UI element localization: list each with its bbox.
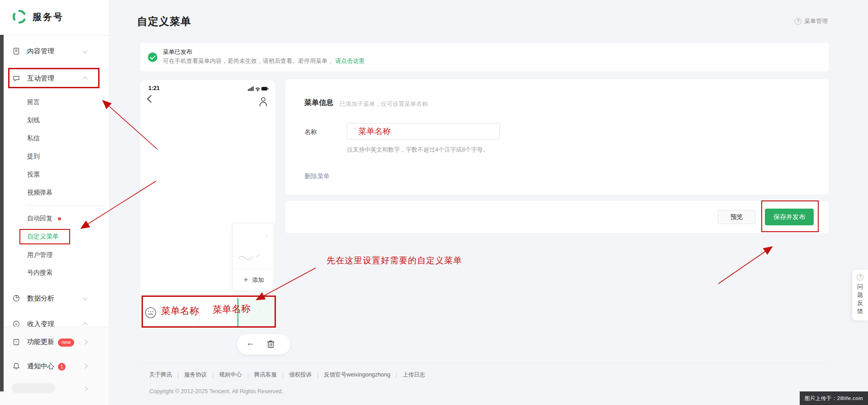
popup-menu-item[interactable]: [233, 224, 273, 246]
blurred-account-name: [12, 383, 55, 393]
section-note: 已添加子菜单，仅可设置菜单名称: [340, 100, 428, 108]
phone-clock: 1:21: [148, 85, 160, 91]
sidebar-item-votes[interactable]: 投票: [0, 166, 109, 184]
delete-menu-link[interactable]: 删除菜单: [304, 172, 330, 181]
sidebar-item-messages[interactable]: 留言: [0, 93, 109, 111]
back-arrow-icon[interactable]: ←: [246, 338, 255, 348]
popup-menu-item[interactable]: [233, 246, 273, 268]
footer-divider: [140, 363, 829, 363]
add-menu-item-button[interactable]: ＋ 添加: [233, 268, 273, 291]
footer-link[interactable]: 服务协议: [184, 371, 207, 379]
phone-preview: 1:21: [140, 80, 275, 327]
save-publish-button[interactable]: 保存并发布: [765, 209, 814, 225]
faded-text-mark: [266, 235, 267, 237]
sidebar-item-data-analysis[interactable]: 数据分析: [0, 289, 109, 307]
sidebar-item-label: 划线: [27, 116, 40, 124]
sidebar-item-feature-update[interactable]: 功能更新new: [0, 333, 109, 351]
sidebar-item-label: 互动管理: [27, 74, 54, 83]
sidebar-item-mentions[interactable]: 提到: [0, 148, 109, 166]
pen-tick-mark: `: [354, 127, 356, 134]
sidebar-item-video-danmu[interactable]: 视频弹幕: [0, 184, 109, 202]
action-bar: 预览 保存并发布: [285, 201, 829, 233]
footer-link[interactable]: 上传日志: [403, 371, 425, 379]
copyright-text: Copyright © 2012-2025 Tencent. All Right…: [149, 388, 283, 395]
image-host-watermark: 图片上传于：28life.com: [800, 391, 868, 405]
footer-link[interactable]: 腾讯客服: [254, 371, 277, 379]
brand-logo-row[interactable]: 服务号: [12, 9, 64, 24]
feedback-char: 题: [857, 291, 863, 299]
footer-link[interactable]: 反馈官号weixingongzhong: [324, 371, 390, 379]
sidebar-item-label: 数据分析: [27, 294, 54, 303]
banner-description: 可在手机查看菜单内容，若尚未生效，请稍后查看。若停用菜单，请点击这里: [163, 57, 365, 65]
check-circle-icon: [148, 52, 157, 62]
chevron-right-icon: [82, 363, 87, 368]
sidebar-item-user-mgmt[interactable]: 用户管理: [0, 246, 109, 264]
person-icon[interactable]: [259, 96, 268, 107]
footer-link[interactable]: 侵权投诉: [289, 371, 312, 379]
sidebar-item-account-search[interactable]: 号内搜索: [0, 264, 109, 282]
sidebar-bottom-panel: 功能更新new 通知中心1: [0, 327, 109, 405]
back-chevron-icon[interactable]: [147, 95, 152, 103]
board-star-icon: [13, 338, 20, 346]
sidebar-item-label: 自定义菜单: [27, 233, 59, 241]
sidebar-item-interact-mgmt[interactable]: 互动管理: [0, 69, 109, 87]
chat-bubble-icon: [13, 75, 20, 82]
section-title: 菜单信息: [304, 98, 333, 108]
question-circle-icon: ?: [795, 18, 802, 25]
plus-icon: ＋: [242, 275, 250, 285]
annotation-tip-text: 先在这里设置好需要的自定义菜单: [327, 255, 462, 267]
trash-icon[interactable]: [267, 340, 275, 348]
footer-separator: |: [177, 372, 179, 378]
sidebar-item-label: 号内搜索: [27, 269, 52, 277]
keyboard-circle-icon[interactable]: [145, 307, 157, 319]
sidebar-item-label: 私信: [27, 134, 40, 143]
menu-info-card: 菜单信息 已添加子菜单，仅可设置菜单名称 名称 ` 仅支持中英文和数字，字数不超…: [285, 79, 829, 195]
name-field-label: 名称: [304, 128, 317, 136]
sidebar-item-underline[interactable]: 划线: [0, 111, 109, 129]
menu-edit-toolbar: ←: [237, 334, 290, 354]
sidebar-item-label: 自动回复: [27, 214, 52, 223]
sidebar-item-content-mgmt[interactable]: 内容管理: [0, 42, 109, 60]
menu-slot-2[interactable]: [199, 298, 237, 327]
sidebar-item-account[interactable]: [0, 380, 109, 398]
disable-menu-link[interactable]: 请点击这里: [335, 57, 365, 64]
footer-separator: |: [396, 372, 397, 378]
sidebar-item-label: 提到: [27, 152, 40, 161]
sidebar-item-private-msg[interactable]: 私信: [0, 129, 109, 148]
banner-title: 菜单已发布: [163, 48, 192, 56]
sidebar-item-label: 通知中心1: [27, 362, 66, 371]
feedback-char: 问: [857, 283, 863, 291]
chevron-down-icon: [82, 48, 87, 53]
footer-separator: |: [282, 372, 284, 378]
sidebar-section-divider: [26, 205, 105, 205]
footer-separator: |: [247, 372, 249, 378]
sidebar-item-label: 功能更新new: [27, 338, 74, 347]
sidebar-item-label: 内容管理: [27, 47, 54, 56]
footer-link[interactable]: 关于腾讯: [149, 371, 172, 379]
sidebar-item-auto-reply[interactable]: 自动回复: [0, 210, 109, 228]
menu-manage-help-link[interactable]: ? 菜单管理: [795, 17, 828, 25]
sidebar-scrollbar[interactable]: [0, 35, 4, 391]
sidebar-item-custom-menu[interactable]: 自定义菜单: [0, 228, 109, 246]
publish-status-banner: 菜单已发布 可在手机查看菜单内容，若尚未生效，请稍后查看。若停用菜单，请点击这里: [140, 43, 829, 71]
preview-button[interactable]: 预览: [718, 210, 755, 224]
menu-slot-selected[interactable]: [237, 298, 275, 327]
chevron-down-icon: [82, 295, 87, 300]
feedback-tab[interactable]: ? 问 题 反 馈: [852, 270, 868, 320]
feedback-char: 反: [857, 299, 863, 307]
signal-wifi-battery-icon: [248, 86, 269, 92]
svg-text:¥: ¥: [15, 322, 18, 326]
faded-scribble: [233, 246, 265, 268]
chevron-right-icon: [82, 339, 87, 344]
chevron-up-icon: [82, 76, 87, 81]
footer-separator: |: [317, 372, 318, 378]
bell-icon: [13, 362, 20, 370]
footer-link[interactable]: 规则中心: [219, 371, 242, 379]
sidebar-item-label: 留言: [27, 98, 40, 106]
sidebar-item-label: 用户管理: [27, 251, 52, 259]
menu-slot-1[interactable]: [160, 298, 199, 327]
feedback-char: 馈: [857, 307, 863, 315]
sidebar-item-notify-center[interactable]: 通知中心1: [0, 357, 109, 375]
menu-name-input[interactable]: [347, 123, 500, 139]
phone-menu-bar: [140, 298, 275, 327]
